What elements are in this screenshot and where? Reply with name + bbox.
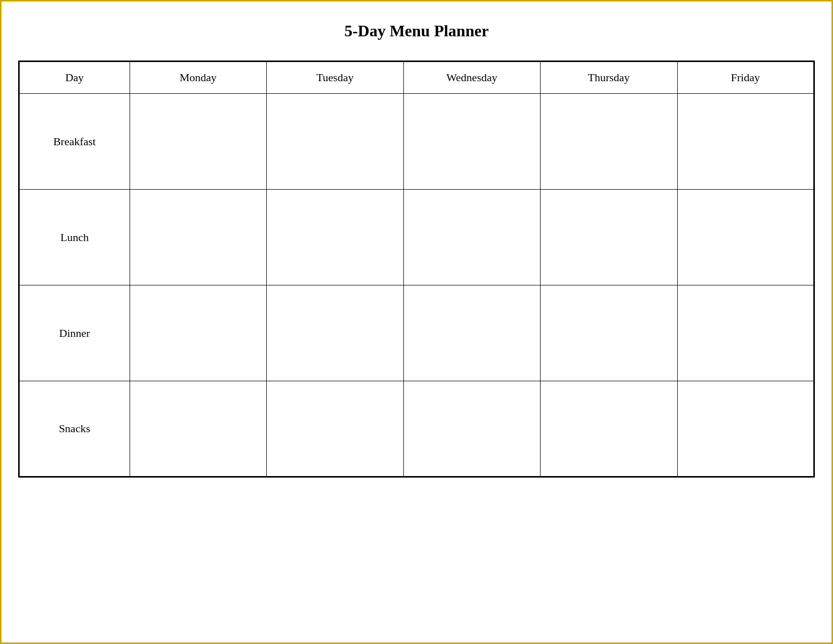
meal-cell-breakfast-day-3[interactable]	[541, 94, 677, 190]
meal-cell-dinner-day-3[interactable]	[541, 285, 677, 381]
col-header-monday: Monday	[130, 62, 266, 94]
meal-cell-lunch-day-2[interactable]	[403, 190, 541, 285]
col-header-wednesday: Wednesday	[403, 62, 541, 94]
meal-cell-dinner-day-2[interactable]	[403, 285, 541, 381]
meal-cell-lunch-day-4[interactable]	[677, 190, 814, 285]
meal-cell-breakfast-day-1[interactable]	[267, 94, 403, 190]
col-header-friday: Friday	[677, 62, 814, 94]
planner-table: Day Monday Tuesday Wednesday Thursday Fr…	[18, 61, 815, 478]
page-title: 5-Day Menu Planner	[344, 22, 489, 40]
meal-cell-dinner-day-1[interactable]	[267, 285, 403, 381]
meal-cell-snacks-day-2[interactable]	[403, 381, 541, 477]
meal-row: Snacks	[19, 381, 814, 477]
meal-cell-snacks-day-0[interactable]	[130, 381, 266, 477]
header-row: Day Monday Tuesday Wednesday Thursday Fr…	[19, 62, 814, 94]
meal-cell-dinner-day-4[interactable]	[677, 285, 814, 381]
meal-row: Breakfast	[19, 94, 814, 190]
meal-cell-breakfast-day-4[interactable]	[677, 94, 814, 190]
meal-label-snacks: Snacks	[19, 381, 130, 477]
meal-row: Dinner	[19, 285, 814, 381]
meal-cell-snacks-day-3[interactable]	[541, 381, 677, 477]
col-header-day: Day	[19, 62, 130, 94]
meal-cell-lunch-day-3[interactable]	[541, 190, 677, 285]
meal-label-breakfast: Breakfast	[19, 94, 130, 190]
meal-cell-dinner-day-0[interactable]	[130, 285, 266, 381]
meal-cell-breakfast-day-2[interactable]	[403, 94, 541, 190]
col-header-tuesday: Tuesday	[267, 62, 403, 94]
meal-row: Lunch	[19, 190, 814, 285]
meal-cell-breakfast-day-0[interactable]	[130, 94, 266, 190]
meal-label-dinner: Dinner	[19, 285, 130, 381]
meal-cell-snacks-day-4[interactable]	[677, 381, 814, 477]
meal-label-lunch: Lunch	[19, 190, 130, 285]
meal-cell-snacks-day-1[interactable]	[267, 381, 403, 477]
col-header-thursday: Thursday	[541, 62, 677, 94]
meal-cell-lunch-day-0[interactable]	[130, 190, 266, 285]
meal-cell-lunch-day-1[interactable]	[267, 190, 403, 285]
